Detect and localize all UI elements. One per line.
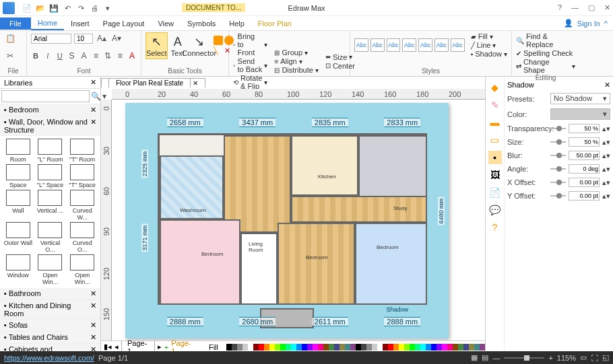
bullets-icon[interactable]: ≡ <box>91 50 100 62</box>
cat-wall[interactable]: ▪ Wall, Door, Window and Structure✕ <box>0 116 100 136</box>
rect-shape-icon[interactable] <box>214 36 223 45</box>
cat-bathroom[interactable]: ▪ Bathroom✕ <box>0 288 100 300</box>
shape-tspace[interactable]: "T" Space <box>67 164 98 188</box>
style-preset-5[interactable]: Abc <box>418 38 432 52</box>
cat-tables[interactable]: ▪ Tables and Chairs✕ <box>0 332 100 344</box>
open-icon[interactable]: 📂 <box>35 3 46 13</box>
align-text-icon[interactable]: ≡ <box>115 50 125 62</box>
minimize-icon[interactable]: — <box>571 3 579 12</box>
search-icon[interactable]: 🔍 <box>91 90 101 102</box>
page-add-icon[interactable]: + <box>164 343 168 351</box>
yoff-slider[interactable] <box>550 195 566 196</box>
shadow-tool-icon[interactable]: ▪ <box>488 151 502 164</box>
shape-verticalo[interactable]: Vertical O... <box>35 222 66 253</box>
room-living[interactable]: Living Room <box>240 233 278 305</box>
line-tool-icon[interactable]: ▭ <box>488 133 502 147</box>
zoom-out-icon[interactable]: — <box>492 354 500 362</box>
font-shrink-icon[interactable]: A▾ <box>110 32 123 44</box>
redo-icon[interactable]: ↷ <box>75 3 86 13</box>
font-size-select[interactable] <box>74 34 93 44</box>
tab-home[interactable]: Home <box>31 17 64 30</box>
room-bedroom1[interactable]: Bedroom <box>160 219 240 305</box>
view-mode-1-icon[interactable]: ▦ <box>471 353 478 362</box>
ribbon-collapse-icon[interactable]: ^ <box>604 20 608 28</box>
change-shape-button[interactable]: ⇄Change Shape▾ <box>516 58 575 74</box>
new-icon[interactable]: 📄 <box>22 3 32 13</box>
canvas[interactable]: 2658 mm 3437 mm 2835 mm 2833 mm 2325 mm … <box>112 100 485 340</box>
tab-page-layout[interactable]: Page Layout <box>96 17 152 30</box>
find-button[interactable]: 🔍Find & Replace <box>516 32 575 48</box>
fill-button[interactable]: ▰Fill ▾ <box>471 32 507 40</box>
format-painter-icon[interactable]: ✎ <box>488 98 502 112</box>
yoff-input[interactable] <box>569 191 600 201</box>
connector-tool[interactable]: ↘Connector <box>188 32 211 59</box>
file-menu[interactable]: File <box>0 17 31 30</box>
tab-view[interactable]: View <box>151 17 181 30</box>
cat-kitchen[interactable]: ▪ Kitchen and Dining Room✕ <box>0 300 100 320</box>
size-slider[interactable] <box>550 141 566 143</box>
page-first-icon[interactable]: ▮◂ <box>104 342 112 351</box>
spacing-icon[interactable]: ⇅ <box>103 50 112 62</box>
copy-icon[interactable]: ✂ <box>4 50 16 62</box>
shape-curvedo[interactable]: Curved O... <box>67 222 98 253</box>
strike-icon[interactable]: S <box>67 50 77 62</box>
blur-input[interactable] <box>569 151 600 160</box>
tab-floor-plan[interactable]: Floor Plan <box>251 17 298 30</box>
bold-icon[interactable]: B <box>31 50 40 62</box>
sign-in-link[interactable]: 👤Sign In ^ <box>564 19 608 28</box>
align-button[interactable]: ≡Align ▾ <box>274 57 318 65</box>
style-preset-6[interactable]: Abc <box>434 38 449 52</box>
help-tool-icon[interactable]: ? <box>488 221 502 234</box>
shape-vertical[interactable]: Vertical ... <box>35 190 66 221</box>
distribute-button[interactable]: ⊟Distribute ▾ <box>274 66 318 74</box>
comment-icon[interactable]: 💬 <box>488 203 502 217</box>
cat-bedroom[interactable]: ▪ Bedroom✕ <box>0 104 100 116</box>
floor-plan-drawing[interactable]: 2658 mm 3437 mm 2835 mm 2833 mm 2325 mm … <box>125 103 449 338</box>
shape-wall[interactable]: Wall <box>3 190 34 221</box>
trans-slider[interactable] <box>550 128 566 129</box>
shape-window[interactable]: Window <box>3 254 34 285</box>
shape-troom[interactable]: "T" Room <box>67 139 98 163</box>
tab-insert[interactable]: Insert <box>64 17 96 30</box>
picture-tool-icon[interactable]: 🖼 <box>488 168 502 182</box>
size-input[interactable] <box>569 137 600 147</box>
shape-space[interactable]: Space <box>3 164 34 188</box>
shadow-color-select[interactable]: ▾ <box>550 108 610 120</box>
print-icon[interactable]: 🖨 <box>89 3 100 13</box>
cat-sofas[interactable]: ▪ Sofas✕ <box>0 320 100 332</box>
room-bedroom2[interactable]: Bedroom <box>278 223 355 305</box>
select-tool[interactable]: ↖Select <box>146 32 168 59</box>
style-preset-1[interactable]: Abc <box>354 38 368 52</box>
libraries-close-icon[interactable]: ✕ <box>90 78 96 87</box>
room-washroom[interactable]: Washroom <box>160 155 224 219</box>
library-search-input[interactable] <box>1 90 90 102</box>
style-preset-3[interactable]: Abc <box>387 38 401 52</box>
tab-help[interactable]: Help <box>222 17 251 30</box>
qat-more-icon[interactable]: ▾ <box>102 3 113 13</box>
status-url[interactable]: https://www.edrawsoft.com/ <box>4 354 94 362</box>
theme-icon[interactable]: ◆ <box>488 81 502 94</box>
highlight-icon[interactable]: A <box>79 50 89 62</box>
undo-icon[interactable]: ↶ <box>62 3 73 13</box>
shape-openwin[interactable]: Open Win... <box>67 254 98 285</box>
underline-icon[interactable]: U <box>55 50 65 62</box>
room-kitchen[interactable]: Kitchen <box>291 135 358 196</box>
shape-openwin[interactable]: Open Win... <box>35 254 66 285</box>
color-palette-strip[interactable] <box>226 344 485 351</box>
blur-slider[interactable] <box>550 155 566 156</box>
italic-icon[interactable]: I <box>43 50 53 62</box>
shape-lspace[interactable]: "L" Space <box>35 164 66 188</box>
shape-outerwall[interactable]: Outer Wall <box>3 222 34 253</box>
shadow-button[interactable]: ▪Shadow▾ <box>471 50 507 58</box>
page-next-icon[interactable]: ▸ <box>158 342 162 351</box>
zoom-in-icon[interactable]: + <box>548 354 552 362</box>
help-icon[interactable]: ? <box>558 3 562 12</box>
style-preset-2[interactable]: Abc <box>370 38 385 52</box>
page-prev-icon[interactable]: ◂ <box>115 342 119 351</box>
xoff-slider[interactable] <box>550 182 566 183</box>
fit-width-icon[interactable]: ⛶ <box>591 354 598 362</box>
line-shape-icon[interactable]: ╲ <box>214 46 223 56</box>
paste-icon[interactable]: 📋 <box>4 32 16 44</box>
presets-select[interactable]: No Shadow▾ <box>550 93 610 104</box>
style-preset-7[interactable]: Abc <box>451 38 465 52</box>
